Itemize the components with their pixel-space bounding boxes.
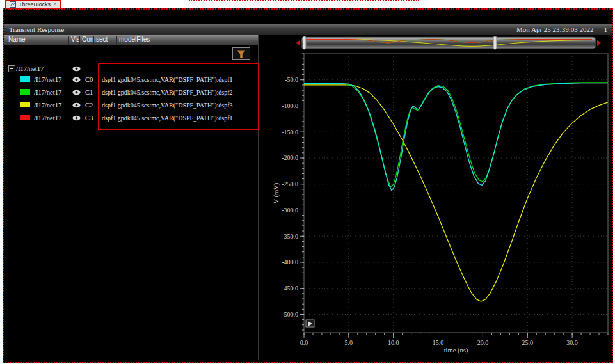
range-handle-right[interactable] [493, 36, 497, 49]
visibility-eye-icon[interactable] [72, 76, 81, 84]
modelfiles-value: dspf1 gpdk045.scs:mc,VAR("DSPF_PATH"):ds… [102, 89, 257, 96]
plot-titlebar: Transient Response Mon Apr 25 23:39:03 2… [4, 24, 612, 35]
trace-row[interactable]: /I17/net17 C2 dspf1 gpdk045.scs:mc,VAR("… [4, 100, 258, 113]
plot-panel: 0.05.010.015.020.025.030.0-50.0-100.0-15… [259, 35, 612, 360]
svg-text:-250.0: -250.0 [282, 180, 298, 187]
signal-name: /I17/net17 [16, 65, 44, 72]
corner-label: C3 [85, 115, 93, 122]
x-axis-label: time (ns) [444, 347, 468, 354]
corner-label: C1 [85, 89, 93, 96]
overview-bar[interactable] [301, 37, 596, 49]
axis-tick-labels: 0.05.010.015.020.025.030.0-50.0-100.0-15… [282, 76, 578, 346]
trace-/I17/net17 (C1)[interactable] [304, 83, 608, 187]
visibility-eye-icon[interactable] [72, 102, 81, 109]
svg-text:-500.0: -500.0 [282, 311, 298, 318]
signal-name: /I17/net17 [34, 89, 61, 96]
trace-color-swatch[interactable] [20, 115, 30, 120]
signal-name: /I17/net17 [34, 115, 61, 122]
col-modelfiles[interactable]: modelFiles [119, 36, 150, 43]
trace-color-swatch[interactable] [20, 102, 30, 107]
svg-text:10.0: 10.0 [388, 339, 399, 346]
screenshot-root: { "tab": { "title": "ThreeBlocks", "clos… [0, 0, 615, 364]
modelfiles-value: dspf1 gpdk045.scs:mc,VAR("DSPF_PATH"):ds… [102, 115, 257, 122]
graph-tab-icon [10, 1, 16, 8]
signal-name: /I17/net17 [34, 102, 61, 109]
svg-text:-150.0: -150.0 [282, 129, 298, 136]
modelfiles-value: dspf1 gpdk045.scs:mc,VAR("DSPF_PATH"):ds… [102, 76, 257, 83]
collapse-expander-icon[interactable] [8, 65, 15, 72]
svg-text:25.0: 25.0 [522, 339, 534, 346]
svg-text:-200.0: -200.0 [282, 154, 298, 161]
svg-text:-50.0: -50.0 [285, 76, 298, 83]
svg-text:-300.0: -300.0 [282, 207, 298, 214]
column-separator[interactable] [79, 36, 80, 45]
timestamp: Mon Apr 25 23:39:03 2022 [516, 26, 593, 33]
trace-row[interactable]: /I17/net17 C1 dspf1 gpdk045.scs:mc,VAR("… [4, 87, 258, 100]
column-separator[interactable] [116, 36, 117, 45]
svg-text:-450.0: -450.0 [282, 285, 298, 292]
trace-/I17/net17 (C3)[interactable] [304, 83, 608, 191]
svg-text:5.0: 5.0 [345, 339, 353, 346]
trace-row[interactable]: /I17/net17 C3 dspf1 gpdk045.scs:mc,VAR("… [4, 113, 258, 125]
waveform-traces [304, 83, 608, 301]
col-sect[interactable]: sect [96, 36, 108, 43]
table-column-header: Name Vis Corn sect modelFiles [4, 35, 258, 45]
scroll-right-arrow-icon[interactable] [597, 40, 601, 46]
annotation-top-dashes [189, 0, 419, 1]
scroll-left-arrow-icon[interactable] [296, 40, 300, 46]
plot-frame [304, 54, 608, 333]
modelfiles-value: dspf1 gpdk045.scs:mc,VAR("DSPF_PATH"):ds… [102, 102, 257, 109]
range-handle-left[interactable] [303, 36, 306, 49]
trace-/I17/net17 (C0)[interactable] [304, 83, 608, 191]
column-separator[interactable] [68, 36, 69, 45]
waveform-plot-canvas[interactable]: 0.05.010.015.020.025.030.0-50.0-100.0-15… [259, 52, 612, 359]
signal-browser-panel: Name Vis Corn sect modelFiles /I17/net17… [4, 35, 258, 360]
tab-threeblocks[interactable]: ThreeBlocks × [5, 0, 61, 9]
visibility-eye-icon[interactable] [72, 65, 81, 73]
grid-lines [304, 54, 608, 333]
visibility-eye-icon[interactable] [72, 115, 81, 122]
svg-text:0.0: 0.0 [300, 339, 308, 346]
trace-color-swatch[interactable] [20, 89, 30, 95]
svg-text:-100.0: -100.0 [282, 102, 298, 109]
svg-text:15.0: 15.0 [433, 339, 444, 346]
strip-play-button[interactable] [306, 320, 314, 327]
trace-color-swatch[interactable] [20, 76, 30, 82]
overview-scroll-strip[interactable] [296, 36, 601, 50]
col-name[interactable]: Name [8, 36, 26, 43]
corner-label: C0 [85, 76, 93, 83]
filter-button[interactable] [232, 47, 250, 60]
column-separator[interactable] [93, 36, 94, 45]
waveform-window: Transient Response Mon Apr 25 23:39:03 2… [3, 8, 613, 363]
trace-/I17/net17 (C2)[interactable] [304, 85, 608, 301]
svg-text:-400.0: -400.0 [282, 258, 298, 265]
svg-text:20.0: 20.0 [477, 339, 489, 346]
window-counter: 1 [604, 26, 608, 33]
svg-text:-350.0: -350.0 [282, 233, 298, 240]
signal-name: /I17/net17 [34, 76, 61, 83]
y-axis-label: V (mV) [273, 182, 280, 203]
visibility-eye-icon[interactable] [72, 89, 81, 97]
tab-close-icon[interactable]: × [53, 1, 57, 8]
filter-funnel-icon [237, 50, 246, 58]
axis-ticks [300, 54, 608, 338]
col-vis[interactable]: Vis [71, 36, 80, 43]
corner-label: C2 [85, 102, 93, 109]
tab-title: ThreeBlocks [19, 1, 51, 8]
svg-text:30.0: 30.0 [566, 339, 578, 346]
plot-title: Transient Response [9, 26, 64, 33]
trace-row[interactable]: /I17/net17 C0 dspf1 gpdk045.scs:mc,VAR("… [4, 74, 258, 87]
